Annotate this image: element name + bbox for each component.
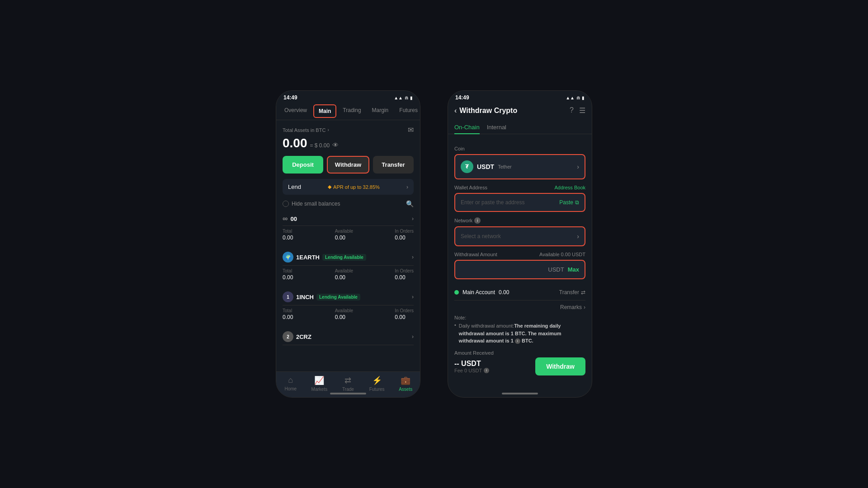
total-col: Total 0.00 [283, 229, 293, 241]
status-icons-2: ▲▲ ⋒ ▮ [566, 95, 585, 100]
received-label: Amount Received [454, 350, 585, 356]
hide-balance-checkbox[interactable] [283, 201, 289, 207]
amount-section: Withdrawal Amount Available 0.00 USDT US… [454, 252, 585, 279]
token-balances-00: Total 0.00 Available 0.00 In Orders 0.00 [283, 226, 414, 245]
address-placeholder: Enter or paste the address [461, 199, 524, 206]
back-row: ‹ Withdraw Crypto [454, 107, 517, 115]
tab-overview[interactable]: Overview [280, 104, 311, 118]
token-header-1inch[interactable]: 1 1INCH Lending Available › [283, 289, 414, 305]
token-row-00: ∞ 00 › Total 0.00 Available 0.00 [283, 212, 414, 245]
coin-selector[interactable]: ₮ USDT Tether › [454, 154, 585, 179]
withdraw-button[interactable]: Withdraw [327, 156, 369, 174]
usdt-icon: ₮ [461, 160, 473, 173]
received-section: Amount Received -- USDT Fee 0 USDT i Wit… [454, 350, 585, 375]
token-header-1earth[interactable]: 🌍 1EARTH Lending Available › [283, 249, 414, 266]
note-bullet: • [454, 322, 456, 345]
deposit-button[interactable]: Deposit [283, 156, 323, 174]
wallet-header: Wallet Address Address Book [454, 185, 585, 190]
nav-home[interactable]: ⌂ Home [276, 375, 305, 392]
withdraw-title: Withdraw Crypto [459, 107, 517, 115]
tab-futures[interactable]: Futures [395, 104, 420, 118]
phone-main: 14:49 ▲▲ ⋒ ▮ Overview Main Trading Margi… [276, 90, 420, 398]
token-symbol-1inch: 1 1INCH Lending Available [283, 291, 360, 302]
history-icon[interactable]: ☰ [579, 106, 585, 115]
remarks-label: Remarks [560, 304, 582, 310]
token-symbol-1earth: 🌍 1EARTH Lending Available [283, 252, 366, 263]
coin-section: Coin ₮ USDT Tether › [454, 146, 585, 179]
asset-label-row: Total Assets in BTC › ✉ [283, 126, 414, 134]
nav-assets[interactable]: 💼 Assets [391, 375, 420, 392]
remarks-link[interactable]: Remarks › [560, 304, 585, 310]
markets-nav-label: Markets [311, 387, 328, 392]
note-title: Note: [454, 315, 585, 320]
status-bar-2: 14:49 ▲▲ ⋒ ▮ [448, 91, 592, 103]
note-section: Note: • Daily withdrawal amount:The rema… [454, 315, 585, 345]
token-row-1earth: 🌍 1EARTH Lending Available › Total 0.00 … [283, 249, 414, 285]
diamond-icon: ◆ [328, 184, 331, 190]
mail-icon[interactable]: ✉ [408, 126, 414, 134]
network-selector[interactable]: Select a network › [454, 226, 585, 246]
token-balances-1inch: Total 0.00 Available 0.00 In Orders 0.00 [283, 305, 414, 325]
network-info-icon[interactable]: i [474, 217, 481, 224]
token-symbol-2crz: 2 2CRZ [283, 331, 311, 342]
account-balance: 0.00 [499, 289, 509, 296]
lend-label: Lend [288, 183, 301, 190]
lend-row[interactable]: Lend ◆ APR of up to 32.85% › [283, 179, 414, 195]
home-nav-icon: ⌂ [288, 375, 293, 385]
account-status-dot [454, 290, 459, 295]
token-row-1inch: 1 1INCH Lending Available › Total 0.00 A… [283, 289, 414, 325]
token-balances-1earth: Total 0.00 Available 0.00 In Orders 0.00 [283, 266, 414, 285]
nav-futures[interactable]: ⚡ Futures [363, 375, 392, 392]
home-nav-label: Home [284, 386, 297, 391]
status-icons-1: ▲▲ ⋒ ▮ [394, 95, 413, 100]
max-button[interactable]: Max [568, 266, 579, 273]
battery-icon: ▮ [410, 95, 413, 100]
wallet-label: Wallet Address [454, 185, 487, 190]
eye-icon[interactable]: 👁 [332, 141, 339, 149]
network-label: Network [454, 218, 472, 223]
token-header-2crz[interactable]: 2 2CRZ › [283, 328, 414, 345]
home-indicator [330, 393, 366, 394]
nav-markets[interactable]: 📈 Markets [305, 375, 334, 392]
withdraw-submit-button[interactable]: Withdraw [535, 357, 585, 375]
amount-input-box[interactable]: USDT Max [454, 260, 585, 279]
tab-main[interactable]: Main [313, 104, 336, 118]
token-header-00[interactable]: ∞ 00 › [283, 212, 414, 226]
hide-balance-toggle[interactable]: Hide small balances [283, 201, 340, 207]
transfer-icon: ⇄ [581, 289, 585, 296]
wifi-icon-2: ⋒ [576, 95, 580, 100]
tab-trading[interactable]: Trading [338, 104, 365, 118]
hide-balance-label: Hide small balances [292, 201, 340, 207]
tab-margin[interactable]: Margin [368, 104, 393, 118]
received-amount: -- USDT [454, 360, 489, 368]
main-account-row: Main Account 0.00 Transfer ⇄ [454, 285, 585, 300]
usd-balance: = $ 0.00 [310, 142, 330, 149]
transfer-button[interactable]: Transfer [373, 156, 414, 174]
screen-container: 14:49 ▲▲ ⋒ ▮ Overview Main Trading Margi… [0, 81, 868, 407]
note-info-icon[interactable]: i [515, 338, 520, 344]
tab-internal[interactable]: Internal [487, 121, 506, 134]
futures-nav-label: Futures [369, 387, 385, 392]
signal-icon: ▲▲ [394, 95, 403, 100]
account-name: Main Account [462, 289, 495, 296]
search-icon[interactable]: 🔍 [406, 200, 414, 207]
coin-chevron: › [577, 163, 579, 170]
available-col: Available 0.00 [335, 229, 353, 241]
network-section: Network i Select a network › [454, 217, 585, 246]
fee-info-icon[interactable]: i [484, 368, 489, 373]
nav-trade[interactable]: ⇄ Trade [334, 375, 363, 392]
question-icon[interactable]: ? [570, 106, 574, 115]
note-row: • Daily withdrawal amount:The remaining … [454, 322, 585, 345]
address-input-box[interactable]: Enter or paste the address Paste ⧉ [454, 193, 585, 212]
back-button[interactable]: ‹ [454, 107, 457, 115]
transfer-link[interactable]: Transfer ⇄ [559, 289, 585, 296]
token-row-2crz: 2 2CRZ › [283, 328, 414, 345]
main-balance: 0.00 [283, 136, 307, 150]
network-chevron: › [577, 233, 579, 240]
address-book-link[interactable]: Address Book [555, 185, 585, 190]
1earth-icon: 🌍 [283, 252, 293, 263]
paste-button[interactable]: Paste ⧉ [559, 199, 579, 206]
header-action-icons: ? ☰ [570, 106, 585, 115]
token-chevron-1earth: › [412, 254, 414, 260]
tab-onchain[interactable]: On-Chain [454, 121, 480, 134]
